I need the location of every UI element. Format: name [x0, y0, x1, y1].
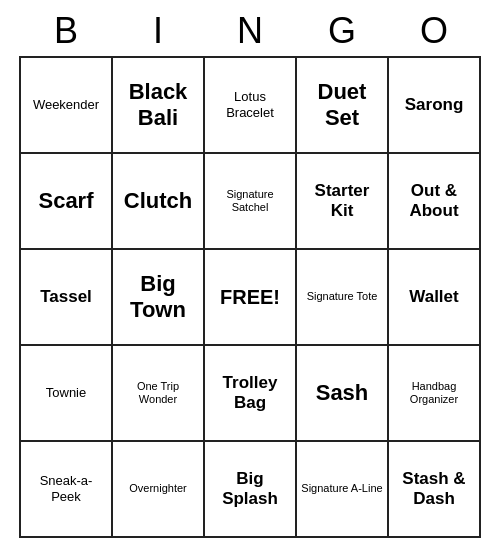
bingo-letter-i: I — [112, 10, 204, 52]
cell-r0-c0: Weekender — [21, 58, 113, 154]
cell-r0-c3: Duet Set — [297, 58, 389, 154]
cell-r3-c4: Handbag Organizer — [389, 346, 481, 442]
cell-r3-c1: One Trip Wonder — [113, 346, 205, 442]
cell-text: FREE! — [220, 285, 280, 309]
cell-r0-c4: Sarong — [389, 58, 481, 154]
bingo-header: BINGO — [20, 10, 480, 52]
cell-text: Duet Set — [301, 79, 383, 132]
cell-text: Lotus Bracelet — [209, 89, 291, 120]
cell-r3-c3: Sash — [297, 346, 389, 442]
cell-r2-c1: Big Town — [113, 250, 205, 346]
cell-r4-c3: Signature A-Line — [297, 442, 389, 538]
cell-r3-c0: Townie — [21, 346, 113, 442]
cell-r1-c2: Signature Satchel — [205, 154, 297, 250]
bingo-letter-b: B — [20, 10, 112, 52]
cell-text: Clutch — [124, 188, 192, 214]
cell-r0-c1: Black Bali — [113, 58, 205, 154]
cell-r4-c0: Sneak-a-Peek — [21, 442, 113, 538]
cell-r0-c2: Lotus Bracelet — [205, 58, 297, 154]
bingo-letter-n: N — [204, 10, 296, 52]
cell-text: Signature A-Line — [301, 482, 382, 495]
cell-text: Black Bali — [117, 79, 199, 132]
cell-text: Starter Kit — [301, 181, 383, 222]
cell-text: Big Town — [117, 271, 199, 324]
cell-r1-c1: Clutch — [113, 154, 205, 250]
cell-text: Wallet — [409, 287, 458, 307]
bingo-grid: WeekenderBlack BaliLotus BraceletDuet Se… — [19, 56, 481, 538]
cell-r2-c0: Tassel — [21, 250, 113, 346]
cell-text: Stash & Dash — [393, 469, 475, 510]
cell-text: Sash — [316, 380, 369, 406]
cell-r1-c3: Starter Kit — [297, 154, 389, 250]
cell-r4-c4: Stash & Dash — [389, 442, 481, 538]
cell-text: Sneak-a-Peek — [25, 473, 107, 504]
cell-text: Signature Satchel — [209, 188, 291, 214]
cell-text: Signature Tote — [307, 290, 378, 303]
cell-text: One Trip Wonder — [117, 380, 199, 406]
cell-r1-c4: Out & About — [389, 154, 481, 250]
cell-text: Out & About — [393, 181, 475, 222]
cell-r2-c2: FREE! — [205, 250, 297, 346]
cell-r1-c0: Scarf — [21, 154, 113, 250]
cell-text: Big Splash — [209, 469, 291, 510]
bingo-letter-g: G — [296, 10, 388, 52]
cell-text: Scarf — [38, 188, 93, 214]
cell-text: Sarong — [405, 95, 464, 115]
cell-text: Townie — [46, 385, 86, 401]
cell-text: Tassel — [40, 287, 92, 307]
cell-r4-c1: Overnighter — [113, 442, 205, 538]
cell-r4-c2: Big Splash — [205, 442, 297, 538]
cell-text: Trolley Bag — [209, 373, 291, 414]
bingo-letter-o: O — [388, 10, 480, 52]
cell-r2-c3: Signature Tote — [297, 250, 389, 346]
cell-text: Weekender — [33, 97, 99, 113]
cell-r3-c2: Trolley Bag — [205, 346, 297, 442]
cell-r2-c4: Wallet — [389, 250, 481, 346]
cell-text: Handbag Organizer — [393, 380, 475, 406]
cell-text: Overnighter — [129, 482, 186, 495]
